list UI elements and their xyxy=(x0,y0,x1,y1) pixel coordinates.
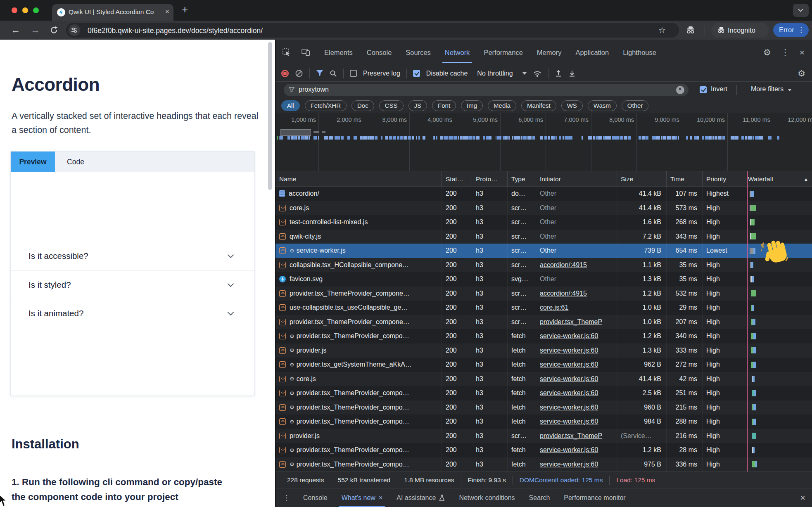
column-header-waterfall[interactable]: Waterfall▲ xyxy=(744,171,812,187)
bookmark-star-icon[interactable]: ☆ xyxy=(658,25,666,35)
network-request-row[interactable]: <>provider.tsx_ThemeProvider_compone…200… xyxy=(275,315,812,329)
throttling-select[interactable]: No throttling xyxy=(477,70,513,77)
type-chip-all[interactable]: All xyxy=(281,100,300,111)
filter-funnel-icon[interactable] xyxy=(316,70,323,77)
forward-button[interactable]: → xyxy=(31,24,40,36)
search-icon[interactable] xyxy=(330,70,337,77)
initiator-link[interactable]: service-worker.js:60 xyxy=(540,347,598,354)
import-har-icon[interactable] xyxy=(555,69,562,77)
type-chip-media[interactable]: Media xyxy=(488,100,516,111)
network-request-row[interactable]: <>⚙provider.tsx_ThemeProvider_compo…200h… xyxy=(275,457,812,472)
devtools-tab-elements[interactable]: Elements xyxy=(324,40,353,65)
network-request-row[interactable]: <>provider.tsx_ThemeProvider_compone…200… xyxy=(275,287,812,301)
preserve-log-checkbox[interactable] xyxy=(350,70,357,77)
devtools-tab-lighthouse[interactable]: Lighthouse xyxy=(623,40,656,65)
clear-network-log-icon[interactable] xyxy=(295,69,303,78)
devtools-tab-memory[interactable]: Memory xyxy=(537,40,562,65)
settings-gear-icon[interactable]: ⚙ xyxy=(763,47,771,57)
back-button[interactable]: ← xyxy=(11,24,20,36)
initiator-link[interactable]: service-worker.js:60 xyxy=(540,332,598,340)
drawer-tab-ai-assistance[interactable]: AI assistance xyxy=(389,488,452,507)
devtools-tab-sources[interactable]: Sources xyxy=(406,40,431,65)
network-request-row[interactable]: <>⚙provider.js200h3fetchservice-worker.j… xyxy=(275,344,812,358)
invert-checkbox[interactable] xyxy=(700,86,707,93)
accordion-item-is-it-accessible[interactable]: Is it accessible? xyxy=(11,242,254,270)
column-header-stat[interactable]: Stat… xyxy=(442,171,472,187)
initiator-link[interactable]: service-worker.js:60 xyxy=(540,404,598,411)
timeline-selection[interactable] xyxy=(280,129,311,136)
devtools-tab-network[interactable]: Network xyxy=(445,40,470,65)
more-filters-button[interactable]: More filters xyxy=(751,85,792,93)
network-request-row[interactable]: <>qwik-city.js200h3scr…Other7.2 kB343 ms… xyxy=(275,230,812,244)
clear-filter-icon[interactable] xyxy=(676,86,684,94)
type-chip-wasm[interactable]: Wasm xyxy=(588,100,617,111)
network-request-row[interactable]: <>⚙provider.tsx_ThemeProvider_compo…200h… xyxy=(275,386,812,400)
column-header-proto[interactable]: Proto… xyxy=(472,171,508,187)
drawer-tab-search[interactable]: Search xyxy=(522,488,557,507)
accordion-item-is-it-styled[interactable]: Is it styled? xyxy=(11,270,254,299)
drawer-tab-what-s-new[interactable]: What's new× xyxy=(335,488,390,507)
type-chip-font[interactable]: Font xyxy=(432,100,456,111)
network-request-row[interactable]: <>use-collapsible.tsx_useCollapsible_ge…… xyxy=(275,301,812,315)
drawer-close-icon[interactable]: × xyxy=(800,493,805,503)
drawer-kebab-menu-icon[interactable]: ⋮ xyxy=(275,493,296,502)
network-request-row[interactable]: <>⚙core.js200h3fetchservice-worker.js:60… xyxy=(275,372,812,386)
type-chip-other[interactable]: Other xyxy=(622,100,649,111)
disable-cache-checkbox[interactable] xyxy=(413,70,420,77)
close-devtools-icon[interactable]: × xyxy=(800,47,805,57)
window-close-button[interactable] xyxy=(12,7,17,13)
window-minimize-button[interactable] xyxy=(22,7,28,13)
column-header-initiator[interactable]: Initiator xyxy=(536,171,617,187)
record-network-log-button[interactable] xyxy=(281,70,289,77)
drawer-tab-network-conditions[interactable]: Network conditions xyxy=(452,488,522,507)
site-settings-icon[interactable] xyxy=(69,24,80,36)
initiator-link[interactable]: core.js:61 xyxy=(540,304,568,311)
network-overview-timeline[interactable]: 1,000 ms2,000 ms3,000 ms4,000 ms5,000 ms… xyxy=(275,113,812,171)
column-header-time[interactable]: Time xyxy=(667,171,703,187)
initiator-link[interactable]: service-worker.js:60 xyxy=(540,461,598,468)
network-request-row[interactable]: <>⚙provider.tsx_ThemeProvider_compo…200h… xyxy=(275,329,812,344)
inspect-element-icon[interactable] xyxy=(282,48,291,57)
devtools-tab-performance[interactable]: Performance xyxy=(484,40,522,65)
devtools-tab-application[interactable]: Application xyxy=(575,40,609,65)
network-request-row[interactable]: <>provider.js200h3scr…provider.tsx_Theme… xyxy=(275,429,812,443)
network-request-row[interactable]: <>⚙service-worker.js200h3scr…Other739 B6… xyxy=(275,244,812,258)
type-chip-doc[interactable]: Doc xyxy=(351,100,374,111)
network-request-row[interactable]: <>collapsible.tsx_HCollapsible_compone…2… xyxy=(275,258,812,272)
initiator-link[interactable]: accordion/:4915 xyxy=(540,261,587,269)
page-scrollbar[interactable] xyxy=(268,42,272,190)
column-header-type[interactable]: Type xyxy=(508,171,536,187)
devtools-tab-console[interactable]: Console xyxy=(367,40,392,65)
initiator-link[interactable]: service-worker.js:60 xyxy=(540,389,598,397)
initiator-link[interactable]: provider.tsx_ThemeP xyxy=(540,318,602,326)
window-zoom-button[interactable] xyxy=(33,7,39,13)
initiator-link[interactable]: service-worker.js:60 xyxy=(540,361,598,368)
network-request-row[interactable]: <>⚙provider.tsx_getSystemTheme_aKkA…200h… xyxy=(275,358,812,372)
network-request-row[interactable]: <>⚙provider.tsx_ThemeProvider_compo…200h… xyxy=(275,400,812,415)
tab-search-button[interactable] xyxy=(793,4,809,17)
device-toolbar-icon[interactable] xyxy=(301,48,311,57)
network-request-row[interactable]: <>⚙provider.tsx_ThemeProvider_compo…200h… xyxy=(275,415,812,429)
type-chip-manifest[interactable]: Manifest xyxy=(521,100,556,111)
type-chip-css[interactable]: CSS xyxy=(379,100,404,111)
type-chip-ws[interactable]: WS xyxy=(561,100,583,111)
network-request-row[interactable]: <>⚙provider.tsx_ThemeProvider_compo…200h… xyxy=(275,443,812,457)
demo-tab-code[interactable]: Code xyxy=(55,152,96,172)
type-chip-img[interactable]: Img xyxy=(461,100,483,111)
network-conditions-icon[interactable] xyxy=(533,70,542,77)
filter-input[interactable]: proxytown xyxy=(284,84,689,96)
drawer-tab-console[interactable]: Console xyxy=(296,488,335,507)
accordion-item-is-it-animated[interactable]: Is it animated? xyxy=(11,299,254,327)
column-header-priority[interactable]: Priority xyxy=(703,171,744,187)
drawer-tab-performance-monitor[interactable]: Performance monitor xyxy=(557,488,632,507)
initiator-link[interactable]: provider.tsx_ThemeP xyxy=(540,432,602,440)
export-har-icon[interactable] xyxy=(568,69,576,77)
address-bar[interactable]: 0f6e2f0b.qwik-ui-site.pages.dev/docs/sty… xyxy=(66,23,679,38)
initiator-link[interactable]: accordion/:4915 xyxy=(540,290,587,297)
initiator-link[interactable]: service-worker.js:60 xyxy=(540,418,598,425)
type-chip-fetch-xhr[interactable]: Fetch/XHR xyxy=(305,100,347,111)
initiator-link[interactable]: service-worker.js:60 xyxy=(540,446,598,454)
demo-tab-preview[interactable]: Preview xyxy=(11,152,55,172)
reload-button[interactable] xyxy=(50,26,59,35)
kebab-menu-icon[interactable]: ⋮ xyxy=(781,47,790,57)
